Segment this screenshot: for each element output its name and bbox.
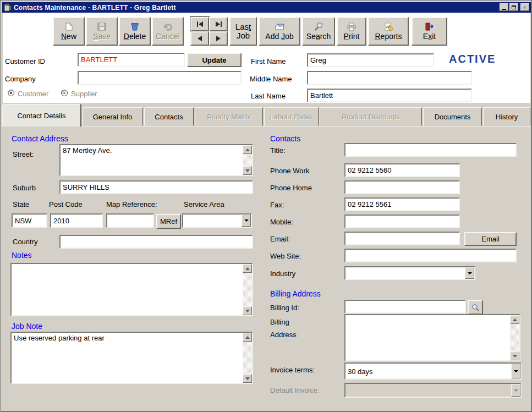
first-record-button[interactable] [190, 17, 209, 31]
industry-select[interactable] [344, 266, 475, 280]
minimize-button[interactable] [500, 3, 508, 11]
billing-address-heading: Billing Address [270, 289, 321, 298]
tab-general-info[interactable]: General Info [82, 107, 143, 126]
last-record-button[interactable] [209, 17, 228, 31]
scroll-up-button[interactable] [243, 145, 252, 154]
maximize-button[interactable] [509, 3, 518, 11]
tab-product-discounts[interactable]: Product Discounts [320, 107, 422, 126]
reports-icon [383, 22, 393, 31]
application-icon [4, 4, 12, 12]
previous-record-button[interactable] [190, 31, 209, 46]
billing-address-label-line1: Billing [270, 318, 289, 326]
search-button[interactable]: Search [302, 17, 335, 46]
notes-scrollbar[interactable] [243, 264, 252, 315]
suburb-label: Suburb [13, 184, 36, 192]
customer-id-input[interactable] [78, 53, 185, 67]
scroll-up-button[interactable] [243, 333, 252, 342]
billing-address-textarea[interactable] [345, 315, 510, 360]
search-button-label: Search [306, 32, 331, 41]
delete-button-label: Delete [124, 32, 146, 41]
print-button[interactable]: Print [337, 17, 366, 46]
tab-priority-matrix[interactable]: Priority Matrix [195, 107, 263, 126]
save-button[interactable]: Save [86, 17, 118, 46]
scroll-down-button[interactable] [243, 166, 252, 175]
state-input[interactable] [12, 213, 47, 228]
tab-content-divider [2, 126, 531, 127]
scroll-down-button[interactable] [510, 351, 519, 360]
street-textarea[interactable]: 87 Mertley Ave. [61, 145, 243, 175]
maximize-icon [512, 6, 516, 9]
window-title: Contacts Maintenance - BARTLETT - Greg B… [14, 4, 176, 12]
web-site-input[interactable] [344, 249, 517, 262]
email-button[interactable]: Email [464, 232, 517, 246]
billing-address-scrollbar[interactable] [510, 315, 519, 360]
dropdown-button[interactable] [511, 384, 520, 397]
delete-trash-icon [130, 22, 140, 31]
reports-button[interactable]: Reports [368, 17, 409, 46]
tab-contacts[interactable]: Contacts [144, 107, 194, 126]
close-button[interactable]: × [520, 3, 529, 11]
scroll-up-button[interactable] [243, 264, 252, 273]
last-name-input[interactable] [307, 89, 472, 102]
country-label: Country [13, 238, 38, 246]
mref-button[interactable]: MRef [156, 214, 181, 229]
job-note-heading: Job Note [12, 322, 42, 331]
dropdown-button[interactable] [511, 364, 520, 378]
new-button[interactable]: New [53, 17, 85, 46]
map-reference-input[interactable] [106, 213, 154, 228]
suburb-input[interactable] [59, 180, 253, 194]
tab-history[interactable]: History [483, 107, 530, 126]
scroll-down-button[interactable] [243, 306, 252, 315]
notes-textarea[interactable] [12, 264, 243, 315]
chevron-down-icon [468, 272, 472, 274]
country-input[interactable] [59, 235, 253, 249]
contacts-heading: Contacts [270, 134, 300, 143]
cancel-button[interactable]: Cancel [152, 17, 184, 46]
phone-home-input[interactable] [344, 180, 460, 194]
scroll-up-button[interactable] [510, 315, 519, 324]
add-job-button[interactable]: Add Job [259, 17, 300, 46]
tab-contact-details[interactable]: Contact Details [2, 104, 81, 127]
mobile-input[interactable] [344, 215, 460, 228]
billing-id-lookup-button[interactable] [468, 300, 483, 315]
next-record-button[interactable] [209, 31, 228, 46]
reports-button-label: Reports [375, 32, 402, 41]
supplier-radio[interactable] [61, 90, 68, 96]
customer-radio-label: Customer [18, 90, 48, 98]
fax-input[interactable] [344, 197, 460, 211]
last-job-button[interactable]: Last Job [229, 17, 257, 46]
tab-documents[interactable]: Documents [423, 107, 482, 126]
state-label: State [13, 200, 29, 208]
add-job-button-label: Add Job [265, 32, 293, 41]
title-bar[interactable]: Contacts Maintenance - BARTLETT - Greg B… [2, 2, 531, 13]
save-floppy-icon [97, 22, 107, 31]
job-note-textarea[interactable]: Use reserved parking at rear [12, 333, 243, 383]
middle-name-input[interactable] [307, 71, 472, 85]
street-scrollbar[interactable] [243, 145, 252, 175]
first-name-input[interactable] [307, 53, 434, 67]
next-record-icon [216, 36, 221, 41]
phone-work-input[interactable] [344, 163, 460, 177]
title-input[interactable] [344, 143, 517, 157]
update-button[interactable]: Update [187, 53, 242, 67]
exit-button[interactable]: Exit [412, 17, 447, 46]
billing-id-input[interactable] [344, 300, 466, 314]
delete-button[interactable]: Delete [119, 17, 151, 46]
service-area-select[interactable] [182, 213, 252, 228]
scroll-down-button[interactable] [243, 374, 252, 383]
fax-label: Fax: [270, 201, 284, 209]
tab-labour-rates[interactable]: Labour Rates [264, 107, 319, 126]
email-label: Email: [270, 235, 290, 243]
email-input[interactable] [344, 232, 460, 245]
billing-id-label: Billing Id: [270, 304, 299, 312]
post-code-input[interactable] [50, 213, 103, 228]
invoice-terms-select[interactable]: 30 days [344, 362, 522, 380]
dropdown-button[interactable] [465, 267, 474, 279]
cancel-undo-icon [162, 22, 173, 31]
customer-radio[interactable] [8, 90, 14, 96]
scroll-down-icon [245, 310, 250, 312]
dropdown-button[interactable] [242, 215, 251, 227]
company-input[interactable] [78, 71, 242, 85]
default-invoice-select[interactable] [344, 383, 522, 398]
job-note-scrollbar[interactable] [243, 333, 252, 383]
